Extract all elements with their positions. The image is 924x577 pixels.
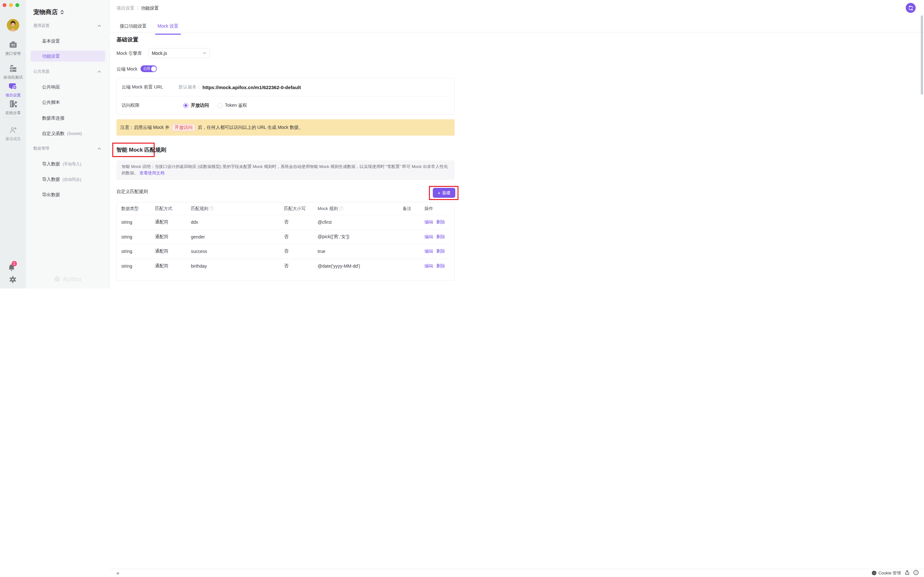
avatar[interactable] [7,19,19,31]
sidebar-item-custom-function[interactable]: 自定义函数 (Socket) [31,128,105,139]
smart-mock-title: 智能 Mock 匹配规则 [116,146,166,153]
cloud-mock-toggle[interactable]: 启用 [141,65,157,72]
sidebar-item-automated-testing[interactable]: 自动化测试 [0,64,26,80]
edit-link[interactable]: 编辑 [425,219,433,225]
tab-api-feature-settings[interactable]: 接口功能设置 [117,22,149,32]
sidebar-item-export-data[interactable]: 导出数据 [31,189,105,200]
window-controls[interactable] [3,3,19,7]
minimize-window-button[interactable] [9,3,13,7]
item-label: 数据库连接 [42,115,65,121]
delete-link[interactable]: 删除 [436,219,445,225]
mock-base-url[interactable]: https://mock.apifox.cn/m1/622362-0-defau… [202,85,301,90]
view-docs-link[interactable]: 查看使用文档 [140,171,165,175]
cell-match-case: 否 [284,263,318,269]
smart-mock-description-box: 智能 Mock 说明：当接口设计的返回响应 (或数据模型) 里的字段未配置 Mo… [116,160,455,180]
cell-match-case: 否 [284,234,318,240]
main-panel: 项目设置 / 功能设置 接口功能设置 Mock 设置 基础设置 Mock 引擎库… [110,0,462,288]
help-icon[interactable]: ? [339,206,343,211]
rail-item-label: 项目设置 [0,93,26,98]
cell-actions: 编辑 删除 [425,248,450,254]
help-icon[interactable]: ? [210,206,214,211]
col-header-actions: 操作 [425,206,450,211]
radio-token-auth[interactable]: Token 鉴权 [217,103,247,108]
cell-mock-rule: @pick(['男','女']) [318,234,403,240]
zoom-window-button[interactable] [15,3,19,7]
sidebar-group-public-resources[interactable]: 公共资源 [33,69,101,74]
sidebar-item-import-manual[interactable]: 导入数据 (手动导入) [31,158,105,169]
notice-open-access-chip[interactable]: 开放访问 [172,124,195,131]
table-body: string 通配符 ddx 否 @cfirst 编辑 删除 string 通配… [121,215,450,273]
access-permission-label: 访问权限 [121,103,179,108]
rail-item-label: 在线分享 [0,110,26,116]
group-label: 通用设置 [33,23,49,29]
item-suffix: (手动导入) [63,162,81,166]
radio-checked-icon [183,103,188,108]
rail-item-label: 邀请成员 [0,136,26,142]
delete-link[interactable]: 删除 [436,263,445,269]
radio-open-access[interactable]: 开放访问 [183,103,209,108]
edit-link[interactable]: 编辑 [425,248,433,254]
delete-link[interactable]: 删除 [436,248,445,254]
settings-button[interactable] [8,275,17,285]
chevron-down-icon [203,52,206,54]
sidebar-item-api-management[interactable]: 接口管理 [0,40,26,56]
sidebar-item-import-sync[interactable]: 导入数据 (自动同步) [31,174,105,185]
item-label: 公共脚本 [42,100,60,105]
cell-match-rule: ddx [191,219,284,225]
col-header-match-method: 匹配方式 [155,206,191,211]
table-row: string 通配符 success 否 true 编辑 删除 [121,244,450,259]
cell-match-rule: success [191,249,284,254]
mock-engine-label: Mock 引擎库 [116,51,142,56]
toggle-on-label: 启用 [143,66,150,71]
mock-engine-row: Mock 引擎库 Mock.js [116,51,142,56]
basic-settings-title: 基础设置 [116,36,138,43]
mock-url-label: 云端 Mock 前置 URL [121,84,179,90]
item-label: 公共响应 [42,84,60,89]
sidebar-item-database-connection[interactable]: 数据库连接 [31,113,105,123]
apifox-logo-icon [53,276,61,283]
invite-member-button[interactable]: 邀请成员 [0,126,26,142]
sidebar-item-public-response[interactable]: 公共响应 [31,81,105,92]
radio-label: 开放访问 [191,103,209,108]
project-switcher[interactable]: 宠物商店 [33,8,64,16]
cell-actions: 编辑 删除 [425,219,450,225]
close-window-button[interactable] [3,3,6,7]
tab-mock-settings[interactable]: Mock 设置 [155,22,181,32]
sidebar-item-online-share[interactable]: 在线分享 [0,100,26,116]
toggle-knob [151,66,156,71]
cell-match-method: 通配符 [155,219,191,225]
online-share-icon [9,103,17,109]
sidebar-item-project-settings[interactable]: 项目设置 [0,82,26,98]
breadcrumb-parent[interactable]: 项目设置 [116,5,134,11]
sidebar-item-basic-settings[interactable]: 基本设置 [31,35,105,47]
edit-link[interactable]: 编辑 [425,234,433,240]
plus-icon: + [438,190,441,195]
rail-item-label: 接口管理 [0,51,26,56]
delete-link[interactable]: 删除 [436,234,445,240]
item-label: 导出数据 [42,192,60,197]
sidebar-group-general[interactable]: 通用设置 [33,23,101,29]
notifications-button[interactable]: 1 [8,263,19,273]
mock-engine-select[interactable]: Mock.js [148,48,210,58]
sidebar-item-feature-settings[interactable]: 功能设置 [31,51,105,61]
notice-banner: 注意：启用云端 Mock 并 开放访问 后，任何人都可以访问以上的 URL 生成… [116,119,455,135]
notice-suffix: 后，任何人都可以访问以上的 URL 生成 Mock 数据。 [198,125,303,131]
tab-label: 接口功能设置 [120,23,147,29]
watermark-text: Apifox [63,276,81,283]
new-rule-button[interactable]: + 新建 [433,188,455,198]
cell-match-method: 通配符 [155,248,191,254]
rail-divider [3,117,23,118]
sidebar-group-data-management[interactable]: 数据管理 [33,146,101,151]
item-suffix: (Socket) [67,131,82,136]
col-header-match-rule: 匹配规则 ? [191,206,284,211]
notice-prefix: 注意：启用云端 Mock 并 [120,125,170,131]
edit-link[interactable]: 编辑 [425,263,433,269]
cell-mock-rule: @cfirst [318,219,403,225]
custom-rules-label: 自定义匹配规则 [116,189,148,195]
sidebar-item-public-script[interactable]: 公共脚本 [31,97,105,108]
smart-mock-description: 智能 Mock 说明：当接口设计的返回响应 (或数据模型) 里的字段未配置 Mo… [121,164,448,175]
chevron-up-icon [97,71,101,73]
project-sidebar: 宠物商店 通用设置 基本设置 功能设置 公共资源 公共响应 公共脚本 数据库连接… [26,0,110,288]
project-settings-icon [9,86,17,91]
mock-url-row: 云端 Mock 前置 URL 默认服务： https://mock.apifox… [121,78,449,96]
